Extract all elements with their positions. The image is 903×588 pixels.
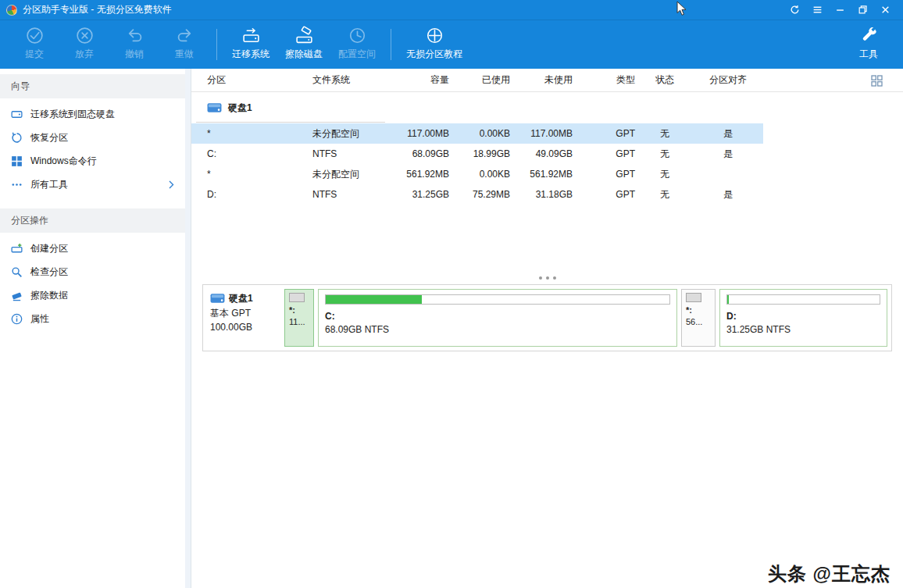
- table-row[interactable]: D: NTFS 31.25GB 75.29MB 31.18GB GPT 无 是: [191, 184, 763, 205]
- minimize-icon[interactable]: [829, 2, 851, 19]
- sidebar: 向导 迁移系统到固态硬盘 恢复分区 Windows命令行 所: [0, 69, 185, 588]
- toolbar-separator: [391, 29, 391, 60]
- col-aligned[interactable]: 分区对齐: [694, 73, 762, 87]
- close-icon[interactable]: [874, 2, 897, 19]
- cell-used: 0.00KB: [449, 128, 510, 139]
- partition-label: *:: [289, 305, 309, 315]
- sidebar-item-create-partition[interactable]: 创建分区: [0, 237, 185, 260]
- check-icon: [25, 26, 45, 45]
- partition-block-unallocated-2[interactable]: *: 56...: [681, 289, 716, 347]
- cell-type: GPT: [573, 169, 635, 180]
- cell-type: GPT: [573, 148, 635, 159]
- hdd-icon: [207, 102, 222, 113]
- tools-button[interactable]: 工具: [844, 20, 894, 69]
- allocate-space-label: 配置空间: [338, 48, 376, 61]
- menu-icon[interactable]: [806, 2, 829, 19]
- cell-filesystem: NTFS: [312, 189, 394, 200]
- sidebar-item-check-partition[interactable]: 检查分区: [0, 260, 185, 283]
- toolbar-separator: [216, 29, 217, 60]
- submit-button[interactable]: 提交: [9, 20, 59, 69]
- erase-disk-icon: [294, 26, 314, 45]
- cell-used: 75.29MB: [449, 189, 510, 200]
- migrate-system-button[interactable]: 迁移系统: [224, 20, 277, 69]
- col-partition[interactable]: 分区: [207, 73, 312, 87]
- sidebar-item-label: 检查分区: [30, 265, 68, 279]
- migrate-disk-icon: [241, 26, 261, 45]
- refresh-icon[interactable]: [783, 2, 806, 19]
- cell-partition: C:: [207, 148, 312, 159]
- sidebar-item-properties[interactable]: 属性: [0, 307, 185, 330]
- main-content: 分区 文件系统 容量 已使用 未使用 类型 状态 分区对齐 硬盘1 * 未分配空…: [191, 69, 903, 588]
- cell-capacity: 31.25GB: [394, 189, 449, 200]
- clock-icon: [348, 26, 367, 45]
- toolbar: 提交 放弃 撤销 重做 迁移系统 擦除磁盘: [0, 20, 903, 69]
- layout-grid-icon[interactable]: [871, 75, 883, 87]
- col-filesystem[interactable]: 文件系统: [312, 73, 394, 87]
- table-row[interactable]: * 未分配空间 117.00MB 0.00KB 117.00MB GPT 无 是: [191, 123, 763, 144]
- sidebar-section-partition-ops: 分区操作: [0, 208, 185, 233]
- disk-type: 基本 GPT: [210, 306, 280, 321]
- cell-status: 无: [635, 188, 694, 201]
- discard-button[interactable]: 放弃: [59, 20, 109, 69]
- sidebar-item-recover-partition[interactable]: 恢复分区: [0, 126, 185, 149]
- sidebar-splitter[interactable]: [185, 69, 191, 588]
- disk-info[interactable]: 硬盘1 基本 GPT 100.00GB: [207, 289, 280, 347]
- erase-disk-button[interactable]: 擦除磁盘: [277, 20, 330, 69]
- partition-block-unallocated-1[interactable]: *: 11...: [284, 289, 314, 347]
- table-row[interactable]: * 未分配空间 561.92MB 0.00KB 561.92MB GPT 无: [191, 164, 763, 184]
- cell-used: 0.00KB: [449, 169, 510, 180]
- submit-label: 提交: [25, 48, 44, 61]
- tutorial-target-icon: [425, 26, 444, 45]
- info-icon: [11, 313, 23, 325]
- table-row[interactable]: C: NTFS 68.09GB 18.99GB 49.09GB GPT 无 是: [191, 144, 763, 164]
- cell-unused: 561.92MB: [510, 169, 573, 180]
- partition-block-d[interactable]: D: 31.25GB NTFS: [719, 289, 887, 347]
- col-type[interactable]: 类型: [573, 73, 635, 87]
- cell-aligned: 是: [694, 148, 762, 161]
- cell-aligned: 是: [694, 188, 762, 201]
- tutorial-label: 无损分区教程: [406, 48, 462, 61]
- tutorial-button[interactable]: 无损分区教程: [398, 20, 470, 69]
- more-dots-icon: [11, 179, 23, 191]
- partition-size: 31.25GB NTFS: [726, 324, 880, 335]
- cell-type: GPT: [573, 128, 635, 139]
- cell-partition: *: [207, 128, 312, 139]
- redo-button[interactable]: 重做: [159, 20, 209, 69]
- cell-status: 无: [635, 148, 694, 161]
- sidebar-item-migrate-to-ssd[interactable]: 迁移系统到固态硬盘: [0, 102, 185, 126]
- partition-block-c[interactable]: C: 68.09GB NTFS: [318, 289, 677, 347]
- usage-bar: [325, 294, 670, 305]
- recover-icon: [11, 132, 23, 144]
- disk-group-header[interactable]: 硬盘1: [191, 92, 903, 123]
- sidebar-item-label: 属性: [30, 312, 49, 326]
- partition-label: C:: [325, 311, 670, 322]
- cell-capacity: 68.09GB: [394, 148, 449, 159]
- col-unused[interactable]: 未使用: [510, 73, 573, 87]
- usage-bar: [726, 294, 880, 305]
- cell-unused: 31.18GB: [510, 189, 573, 200]
- window-title: 分区助手专业版 - 无损分区免费软件: [23, 3, 172, 16]
- disk-name: 硬盘1: [229, 291, 253, 306]
- maximize-icon[interactable]: [851, 2, 874, 19]
- allocate-space-button[interactable]: 配置空间: [330, 20, 384, 69]
- app-logo-icon: [6, 5, 17, 16]
- create-partition-icon: [11, 243, 23, 255]
- disk-map-panel: 硬盘1 基本 GPT 100.00GB *: 11... C: 68.09GB …: [202, 284, 892, 351]
- sidebar-item-all-tools[interactable]: 所有工具: [0, 173, 185, 196]
- sidebar-item-windows-cli[interactable]: Windows命令行: [0, 149, 185, 173]
- partition-label: *:: [686, 305, 711, 315]
- panel-splitter[interactable]: [191, 272, 903, 284]
- unallocated-chip: [686, 293, 701, 302]
- col-status[interactable]: 状态: [635, 73, 694, 87]
- sidebar-section-wizard: 向导: [0, 74, 185, 98]
- sidebar-item-erase-data[interactable]: 擦除数据: [0, 283, 185, 307]
- unallocated-chip: [289, 293, 305, 302]
- tools-label: 工具: [859, 48, 878, 61]
- col-capacity[interactable]: 容量: [394, 73, 449, 87]
- eraser-icon: [11, 290, 23, 301]
- sidebar-item-label: 迁移系统到固态硬盘: [30, 108, 115, 121]
- undo-button[interactable]: 撤销: [109, 20, 159, 69]
- splitter-handle-icon: [546, 276, 549, 280]
- col-used[interactable]: 已使用: [449, 73, 510, 87]
- cell-aligned: 是: [694, 127, 762, 141]
